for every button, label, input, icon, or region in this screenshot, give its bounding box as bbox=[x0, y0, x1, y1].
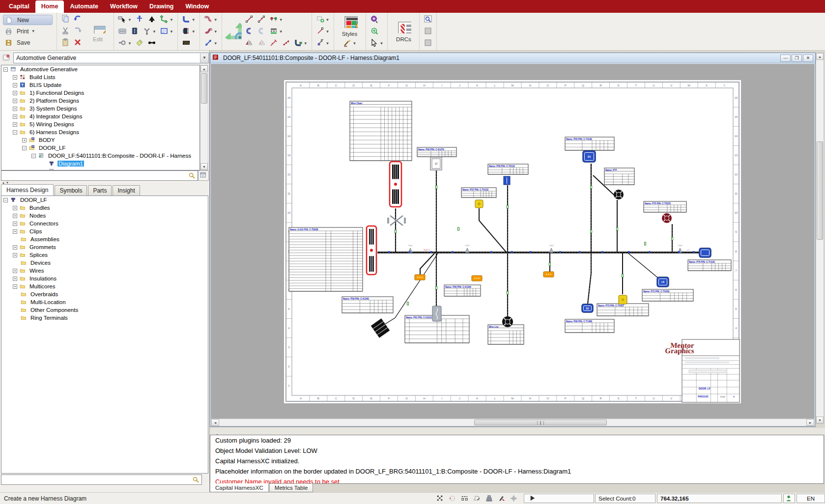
harness-tree-item-assemblies[interactable]: Assemblies bbox=[1, 235, 208, 243]
save-button[interactable]: Save bbox=[3, 38, 53, 48]
machine-button[interactable] bbox=[117, 26, 128, 38]
redline1-button[interactable] bbox=[244, 14, 255, 26]
mirror-left-button[interactable] bbox=[244, 38, 255, 50]
stamp-icon[interactable] bbox=[484, 494, 494, 503]
wye-button[interactable]: ▼ bbox=[142, 26, 157, 38]
scrollbar-thumb[interactable] bbox=[474, 420, 607, 425]
ribbon-cable2-button[interactable]: ▼ bbox=[203, 26, 219, 38]
harness-tree-item-door-lf[interactable]: −DOOR_LF bbox=[1, 196, 208, 204]
harness-search-box[interactable] bbox=[1, 475, 202, 485]
expand-icon[interactable]: + bbox=[13, 277, 17, 281]
project-combobox[interactable]: Automotive Generative ▼ bbox=[13, 53, 209, 63]
diagram-canvas[interactable]: AABB CC DD EE FF GG HH II JJ KK LL MM NN… bbox=[211, 64, 815, 419]
select-poly-icon[interactable] bbox=[471, 494, 482, 503]
bottom-tab-capital-harnessxc[interactable]: Capital HarnessXC bbox=[210, 483, 269, 492]
scroll-right-icon[interactable]: ► bbox=[806, 419, 814, 426]
zoom-purple-button[interactable] bbox=[369, 14, 380, 26]
menu-item-automate[interactable]: Automate bbox=[64, 0, 104, 13]
hook-gray-button[interactable] bbox=[256, 26, 267, 38]
harness-tree-item-clips[interactable]: +Clips bbox=[1, 227, 208, 235]
search-icon[interactable] bbox=[187, 171, 198, 180]
project-tree[interactable]: −Automotive Generative+Build Lists+BLIS … bbox=[1, 65, 200, 170]
splice-dumbbell-button[interactable] bbox=[146, 38, 157, 50]
expand-icon[interactable]: + bbox=[13, 75, 17, 80]
expand-icon[interactable]: + bbox=[13, 245, 17, 250]
expand-icon[interactable]: + bbox=[13, 229, 17, 234]
project-tree-item-4-integrator-designs[interactable]: +4) Integrator Designs bbox=[1, 112, 199, 120]
expand-icon[interactable]: + bbox=[13, 99, 17, 103]
select-dash-icon[interactable] bbox=[459, 494, 470, 503]
braid-button[interactable] bbox=[181, 38, 192, 50]
project-tree-scrollbar[interactable]: ▲ ▼ bbox=[200, 65, 208, 170]
dot-arrow-button[interactable]: ▼ bbox=[315, 38, 331, 50]
tab-insight[interactable]: Insight bbox=[113, 185, 140, 196]
expand-icon[interactable]: + bbox=[13, 114, 17, 119]
pen-red-icon[interactable] bbox=[496, 494, 507, 503]
ring-terminal-button[interactable]: ▼ bbox=[117, 38, 133, 50]
project-tree-item-5-wiring-designs[interactable]: +5) Wiring Designs bbox=[1, 120, 199, 128]
tab-symbols[interactable]: Symbols bbox=[55, 185, 87, 196]
elbow-green-button[interactable]: ▼ bbox=[159, 14, 174, 26]
print-button[interactable]: Print ▼ bbox=[3, 26, 53, 36]
macro-play-box[interactable] bbox=[524, 494, 594, 503]
crosshair-icon[interactable] bbox=[508, 494, 519, 503]
project-tree-item-automotive-generative[interactable]: −Automotive Generative bbox=[1, 65, 199, 73]
restore-button[interactable]: ❐ bbox=[792, 55, 802, 62]
select-grid-icon[interactable] bbox=[434, 494, 445, 503]
harness-tree-item-insulations[interactable]: +Insulations bbox=[1, 275, 208, 282]
panel-toggle-icon[interactable] bbox=[198, 170, 209, 181]
collapse-icon[interactable]: − bbox=[13, 130, 17, 135]
harness-tree-item-overbraids[interactable]: Overbraids bbox=[1, 290, 208, 298]
blue-doc-button[interactable]: ▼ bbox=[159, 26, 174, 38]
cut-button[interactable] bbox=[60, 26, 71, 37]
expand-icon[interactable]: + bbox=[13, 83, 17, 87]
expand-icon[interactable]: + bbox=[13, 269, 17, 273]
tee-node-button[interactable] bbox=[134, 14, 145, 26]
tab-parts[interactable]: Parts bbox=[88, 185, 112, 196]
canvas-hscrollbar[interactable]: ◄ ► bbox=[211, 419, 815, 426]
red-handle-button[interactable]: ▼ bbox=[315, 26, 331, 38]
language-box[interactable]: EN bbox=[797, 494, 825, 503]
redline2-button[interactable] bbox=[256, 14, 267, 26]
project-search-input[interactable] bbox=[1, 171, 187, 180]
project-tree-item-door-lf[interactable]: −DOOR_LF bbox=[1, 144, 199, 152]
expand-icon[interactable]: + bbox=[22, 138, 27, 142]
project-tree-item-1-functional-designs[interactable]: +1) Functional Designs bbox=[1, 89, 199, 97]
collapse-icon[interactable]: − bbox=[31, 154, 36, 158]
harness-tree-item-bundles[interactable]: +Bundles bbox=[1, 204, 208, 212]
harness-tree-item-other-components[interactable]: Other Components bbox=[1, 306, 208, 314]
log-splitter[interactable]: ▲▼ bbox=[210, 428, 825, 435]
document-titlebar[interactable]: DOOR_LF:54011101:B:Composite - DOOR-LF -… bbox=[210, 53, 815, 63]
red-measure-button[interactable] bbox=[268, 38, 279, 50]
tab-harness-design[interactable]: Harness Design bbox=[1, 184, 54, 196]
rect-plus-button[interactable]: ▼ bbox=[315, 14, 331, 26]
scrollbar-thumb[interactable] bbox=[201, 73, 207, 104]
canvas-vscrollbar[interactable]: ▲ ▼ bbox=[816, 53, 824, 424]
scroll-down-icon[interactable]: ▼ bbox=[816, 417, 824, 423]
close-button[interactable]: ✕ bbox=[803, 55, 813, 62]
ribbon-cable1-button[interactable]: ▼ bbox=[203, 14, 219, 26]
scroll-up-icon[interactable]: ▲ bbox=[200, 65, 208, 72]
bundle-elbow-button[interactable]: ▼ bbox=[181, 14, 197, 26]
project-tree-item-2-platform-designs[interactable]: +2) Platform Designs bbox=[1, 97, 199, 105]
harness-tree-item-connectors[interactable]: +Connectors bbox=[1, 220, 208, 227]
multipin-button[interactable]: ▼ bbox=[181, 26, 197, 38]
project-tree-item-diagram1[interactable]: Diagram1 bbox=[1, 160, 199, 168]
harness-tree[interactable]: −DOOR_LF+Bundles+Nodes+Connectors+ClipsA… bbox=[1, 196, 208, 474]
zoom-box-faded-button[interactable] bbox=[423, 26, 433, 38]
mirror-right-button[interactable] bbox=[256, 38, 267, 50]
undo-button[interactable] bbox=[72, 14, 83, 26]
project-tree-item-body[interactable]: +BODY bbox=[1, 136, 199, 144]
project-tree-item-3-system-designs[interactable]: +3) System Designs bbox=[1, 105, 199, 112]
menu-item-workflow[interactable]: Workflow bbox=[104, 0, 143, 13]
pipe-elbow-button[interactable]: ▼ bbox=[293, 38, 309, 50]
scroll-up-icon[interactable]: ▲ bbox=[816, 53, 824, 60]
expand-icon[interactable]: + bbox=[13, 284, 17, 289]
brush-button[interactable]: ▼ bbox=[342, 38, 358, 50]
chevron-down-icon[interactable]: ▼ bbox=[200, 53, 208, 63]
styles-button[interactable]: Styles bbox=[337, 14, 363, 38]
menu-item-drawing[interactable]: Drawing bbox=[143, 0, 179, 13]
zoom-box2-button[interactable] bbox=[423, 38, 433, 50]
cursor-connector-button[interactable]: ▼ bbox=[117, 14, 133, 26]
expand-icon[interactable]: + bbox=[13, 214, 17, 218]
